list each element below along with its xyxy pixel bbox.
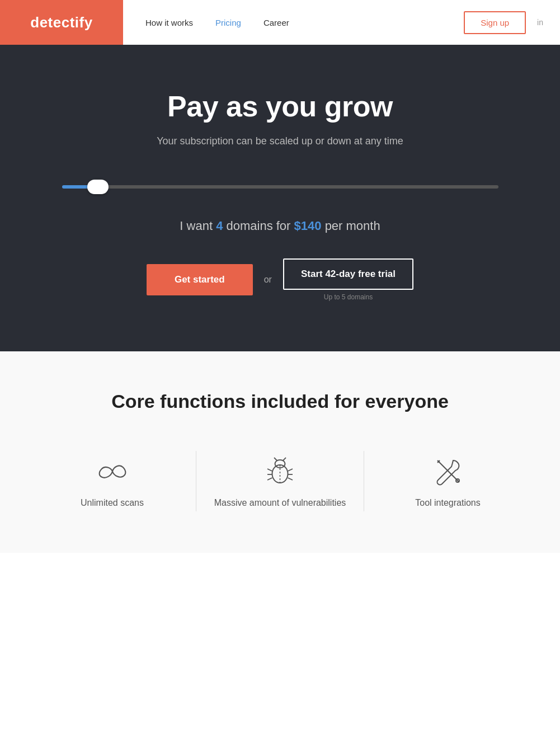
svg-line-3 xyxy=(283,458,286,460)
pricing-domains-num: 4 xyxy=(216,219,226,233)
nav: How it works Pricing Career xyxy=(123,0,464,45)
hero-subtitle: Your subscription can be scaled up or do… xyxy=(11,135,549,147)
feature-tool-integrations-label: Tool integrations xyxy=(415,498,481,508)
cta-row: Get started or Start 42-day free trial U… xyxy=(11,258,549,301)
sign-in-link[interactable]: in xyxy=(537,18,543,27)
tools-icon xyxy=(431,454,465,488)
svg-line-6 xyxy=(267,478,272,480)
pricing-prefix: I want xyxy=(180,219,213,233)
svg-line-7 xyxy=(288,469,293,471)
features-title: Core functions included for everyone xyxy=(11,391,549,412)
nav-pricing[interactable]: Pricing xyxy=(215,18,241,27)
pricing-mid: domains for xyxy=(226,219,290,233)
free-trial-button[interactable]: Start 42-day free trial xyxy=(283,258,413,290)
hero-section: Pay as you grow Your subscription can be… xyxy=(0,45,560,351)
slider-container xyxy=(62,175,498,196)
sign-up-button[interactable]: Sign up xyxy=(464,11,526,34)
logo-area: detectify xyxy=(0,0,123,45)
infinity-icon xyxy=(96,454,129,488)
header: detectify How it works Pricing Career Si… xyxy=(0,0,560,45)
nav-career[interactable]: Career xyxy=(263,18,289,27)
domains-slider[interactable] xyxy=(62,185,498,189)
nav-how-it-works[interactable]: How it works xyxy=(145,18,193,27)
bug-icon xyxy=(263,454,297,488)
feature-tool-integrations: Tool integrations xyxy=(364,443,532,519)
get-started-button[interactable]: Get started xyxy=(147,264,253,295)
feature-unlimited-scans: Unlimited scans xyxy=(29,443,196,519)
header-right: Sign up in xyxy=(464,0,560,45)
feature-unlimited-scans-label: Unlimited scans xyxy=(81,498,144,508)
features-grid: Unlimited scans xyxy=(29,443,532,519)
hero-title: Pay as you grow xyxy=(11,90,549,123)
svg-line-4 xyxy=(267,469,272,471)
feature-vulnerabilities: Massive amount of vulnerabilities xyxy=(196,443,364,519)
pricing-text: I want 4 domains for $140 per month xyxy=(11,219,549,233)
free-trial-wrapper: Start 42-day free trial Up to 5 domains xyxy=(283,258,413,301)
features-section: Core functions included for everyone Unl… xyxy=(0,351,560,553)
pricing-suffix: per month xyxy=(325,219,380,233)
feature-vulnerabilities-label: Massive amount of vulnerabilities xyxy=(214,498,346,508)
free-trial-note: Up to 5 domains xyxy=(324,293,373,301)
svg-line-9 xyxy=(288,478,293,480)
or-text: or xyxy=(264,275,272,285)
pricing-price: $140 xyxy=(294,219,325,233)
logo: detectify xyxy=(30,14,92,31)
svg-line-2 xyxy=(274,458,277,460)
